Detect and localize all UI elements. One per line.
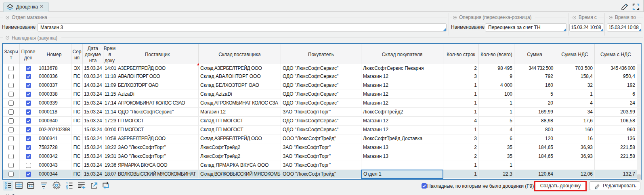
svg-text:3: 3 <box>66 187 68 190</box>
